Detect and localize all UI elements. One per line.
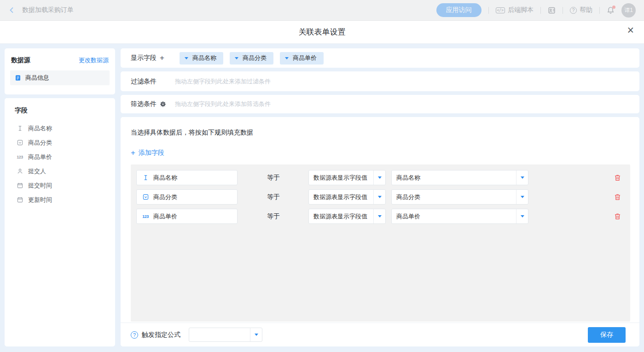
field-item-submitter[interactable]: 提交人: [10, 164, 110, 178]
avatar[interactable]: 谭1: [621, 3, 636, 18]
chevron-down-icon: [373, 170, 385, 185]
value-type-value: 数据源表显示字段值: [309, 212, 373, 221]
add-field-link[interactable]: + 添加字段: [131, 148, 164, 158]
delete-rule-button[interactable]: [614, 174, 621, 181]
filter-condition-label: 过滤条件: [131, 77, 157, 86]
chevron-down-icon: [373, 209, 385, 223]
rule-row-product-category: 商品分类 等于 数据源表显示字段值 商品分类: [136, 189, 625, 205]
trigger-formula-select[interactable]: [189, 328, 262, 342]
add-display-field-icon[interactable]: +: [160, 53, 164, 63]
field-item-label: 商品名称: [28, 124, 52, 133]
chevron-down-icon: [235, 57, 238, 59]
display-tag-product-price[interactable]: 商品单价: [280, 52, 324, 65]
value-type-value: 数据源表显示字段值: [309, 193, 373, 201]
filter-placeholder: 拖动左侧字段到此处来添加过滤条件: [175, 77, 271, 86]
value-type-select[interactable]: 数据源表显示字段值: [308, 170, 386, 185]
calendar-icon: [16, 182, 23, 188]
rule-target-field[interactable]: 123 商品单价: [136, 209, 238, 224]
datasource-item[interactable]: 商品信息: [10, 70, 110, 85]
notifications-button[interactable]: [607, 6, 615, 14]
text-field-icon: [16, 125, 23, 131]
datasource-item-label: 商品信息: [25, 74, 49, 82]
rule-row-product-price: 123 商品单价 等于 数据源表显示字段值 商品单价: [136, 209, 625, 224]
field-item-product-price[interactable]: 123 商品单价: [10, 150, 110, 164]
value-type-select[interactable]: 数据源表显示字段值: [308, 209, 386, 224]
contacts-button[interactable]: [548, 6, 556, 14]
chevron-down-icon: [250, 328, 262, 341]
back-chevron-icon[interactable]: [8, 6, 16, 14]
rules-hint: 当选择具体数据后，将按如下规则填充数据: [121, 117, 639, 137]
notification-dot: [612, 6, 615, 9]
screening-placeholder: 拖动左侧字段到此处来添加筛选条件: [175, 100, 271, 108]
value-field-select[interactable]: 商品单价: [391, 209, 528, 224]
help-circle-icon[interactable]: ?: [131, 331, 138, 339]
rule-field-label: 商品单价: [153, 212, 177, 221]
rule-operator: 等于: [267, 174, 308, 182]
chevron-down-icon: [285, 57, 289, 59]
field-item-label: 更新时间: [28, 196, 52, 204]
datasource-title: 数据源: [11, 56, 30, 65]
modal-body: 数据源 更改数据源 商品信息 字段 商品名称 商品分类: [0, 44, 644, 352]
plus-icon: +: [131, 148, 135, 158]
field-item-label: 商品单价: [28, 153, 52, 161]
display-tag-product-category[interactable]: 商品分类: [230, 52, 273, 65]
screening-condition-label: 筛选条件: [131, 100, 157, 108]
field-item-product-category[interactable]: 商品分类: [10, 135, 110, 150]
value-field-select[interactable]: 商品分类: [391, 189, 528, 205]
field-item-submit-time[interactable]: 提交时间: [10, 178, 110, 193]
field-item-label: 提交人: [28, 167, 46, 176]
main-panel: 显示字段 + 商品名称 商品分类 商品单价 过滤条件: [121, 48, 639, 346]
number-field-icon: 123: [142, 214, 149, 219]
value-field-value: 商品分类: [392, 193, 516, 201]
chevron-down-icon: [373, 190, 385, 204]
field-item-update-time[interactable]: 更新时间: [10, 193, 110, 207]
add-field-label: 添加字段: [139, 149, 164, 157]
chevron-down-icon: [516, 190, 528, 204]
screening-condition-row[interactable]: 筛选条件 拖动左侧字段到此处来添加筛选条件: [121, 95, 639, 113]
app-title: 数据加载采购订单: [22, 6, 74, 14]
rule-field-label: 商品分类: [153, 193, 177, 201]
backend-script-label: 后端脚本: [508, 6, 534, 14]
rule-row-product-name: 商品名称 等于 数据源表显示字段值 商品名称: [136, 170, 625, 185]
filter-condition-row[interactable]: 过滤条件 拖动左侧字段到此处来添加过滤条件: [121, 71, 639, 91]
display-fields-row: 显示字段 + 商品名称 商品分类 商品单价: [121, 48, 639, 68]
rule-target-field[interactable]: 商品分类: [136, 189, 238, 205]
question-icon: ?: [570, 7, 577, 14]
trash-icon: [614, 213, 621, 220]
value-field-select[interactable]: 商品名称: [391, 170, 528, 185]
form-icon: [15, 75, 21, 81]
trigger-formula-label: 触发指定公式: [142, 331, 180, 339]
backend-script-button[interactable]: </> 后端脚本: [496, 6, 534, 14]
field-item-product-name[interactable]: 商品名称: [10, 121, 110, 135]
code-icon: </>: [496, 7, 505, 13]
help-button[interactable]: ? 帮助: [570, 6, 592, 14]
trash-icon: [614, 194, 621, 200]
display-tag-product-name[interactable]: 商品名称: [180, 52, 223, 65]
user-icon: [16, 168, 23, 174]
chevron-down-icon: [185, 57, 188, 59]
chevron-down-icon: [516, 170, 528, 185]
trash-icon: [614, 174, 621, 181]
modal-title: 关联表单设置: [299, 27, 346, 37]
id-card-icon: [548, 6, 556, 14]
value-type-select[interactable]: 数据源表显示字段值: [308, 189, 386, 205]
close-icon[interactable]: ×: [627, 24, 634, 36]
calendar-icon: [16, 197, 23, 203]
select-field-icon: [16, 140, 23, 146]
select-field-icon: [142, 194, 149, 200]
rule-target-field[interactable]: 商品名称: [136, 170, 238, 185]
save-button[interactable]: 保存: [588, 327, 626, 343]
sidebar: 数据源 更改数据源 商品信息 字段 商品名称 商品分类: [5, 48, 115, 346]
delete-rule-button[interactable]: [614, 213, 621, 220]
gear-icon[interactable]: [160, 101, 166, 107]
help-label: 帮助: [580, 6, 592, 14]
fields-title: 字段: [15, 106, 110, 115]
app-access-button[interactable]: 应用访问: [436, 3, 482, 17]
divider: [488, 7, 489, 14]
divider: [540, 7, 541, 14]
delete-rule-button[interactable]: [614, 194, 621, 200]
rules-panel: 商品名称 等于 数据源表显示字段值 商品名称: [131, 164, 630, 322]
change-datasource-link[interactable]: 更改数据源: [79, 56, 109, 65]
modal-footer: ? 触发指定公式 保存: [121, 323, 639, 346]
field-item-label: 商品分类: [28, 139, 52, 147]
